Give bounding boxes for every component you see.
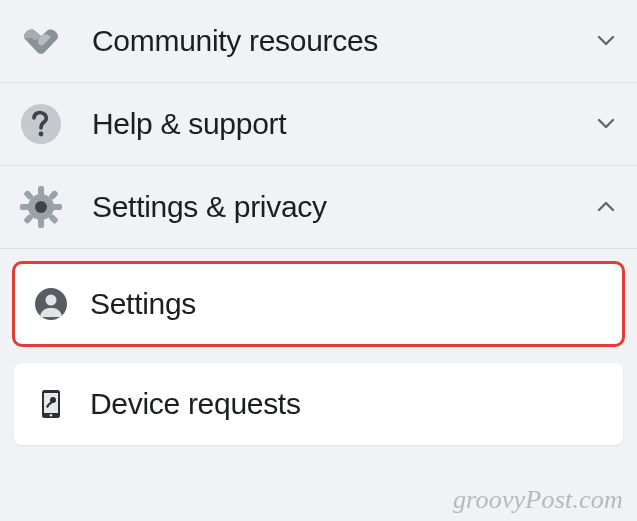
main-menu: Community resources Help & support <box>0 0 637 249</box>
svg-point-16 <box>50 414 53 417</box>
svg-point-11 <box>35 201 47 213</box>
submenu-item-settings[interactable]: Settings <box>14 263 623 345</box>
menu-item-help-support[interactable]: Help & support <box>0 83 637 166</box>
chevron-up-icon <box>595 196 617 218</box>
submenu-item-device-requests[interactable]: Device requests <box>14 363 623 445</box>
svg-rect-6 <box>52 204 62 210</box>
menu-item-label: Settings & privacy <box>92 190 595 224</box>
svg-rect-4 <box>38 218 44 228</box>
svg-point-1 <box>39 132 44 137</box>
svg-rect-5 <box>20 204 30 210</box>
handshake-icon <box>18 18 64 64</box>
menu-item-settings-privacy[interactable]: Settings & privacy <box>0 166 637 249</box>
submenu-item-label: Device requests <box>90 387 301 421</box>
device-key-icon <box>34 387 68 421</box>
svg-rect-3 <box>38 186 44 196</box>
question-icon <box>18 101 64 147</box>
svg-point-13 <box>46 295 57 306</box>
settings-privacy-submenu: Settings Device requests <box>0 249 637 445</box>
gear-icon <box>18 184 64 230</box>
chevron-down-icon <box>595 113 617 135</box>
watermark: groovyPost.com <box>453 485 623 515</box>
chevron-down-icon <box>595 30 617 52</box>
person-icon <box>34 287 68 321</box>
menu-item-label: Help & support <box>92 107 595 141</box>
submenu-item-label: Settings <box>90 287 196 321</box>
menu-item-label: Community resources <box>92 24 595 58</box>
menu-item-community-resources[interactable]: Community resources <box>0 0 637 83</box>
